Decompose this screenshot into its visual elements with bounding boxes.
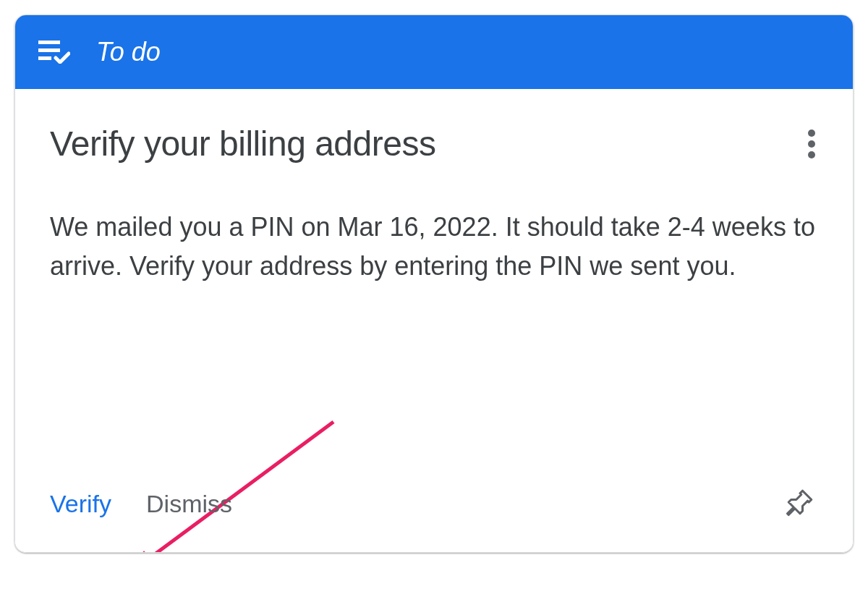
- dismiss-button[interactable]: Dismiss: [146, 487, 232, 521]
- verify-button[interactable]: Verify: [50, 487, 111, 521]
- card-header: To do: [15, 15, 853, 89]
- svg-point-5: [808, 151, 815, 158]
- more-vert-icon[interactable]: [805, 124, 818, 167]
- action-buttons: Verify Dismiss: [50, 487, 232, 521]
- svg-rect-1: [38, 48, 60, 52]
- card-title: Verify your billing address: [50, 124, 435, 164]
- todo-card: To do Verify your billing address We mai…: [14, 14, 854, 553]
- pin-icon[interactable]: [782, 484, 818, 523]
- playlist-check-icon: [38, 38, 70, 67]
- actions-row: Verify Dismiss: [50, 484, 818, 523]
- svg-rect-0: [38, 41, 60, 44]
- card-description: We mailed you a PIN on Mar 16, 2022. It …: [50, 208, 817, 286]
- header-title: To do: [96, 37, 161, 67]
- svg-marker-7: [127, 551, 156, 553]
- svg-rect-2: [38, 56, 51, 60]
- card-body: Verify your billing address We mailed yo…: [15, 89, 853, 552]
- title-row: Verify your billing address: [50, 124, 818, 167]
- svg-point-3: [808, 130, 815, 137]
- svg-point-4: [808, 140, 815, 148]
